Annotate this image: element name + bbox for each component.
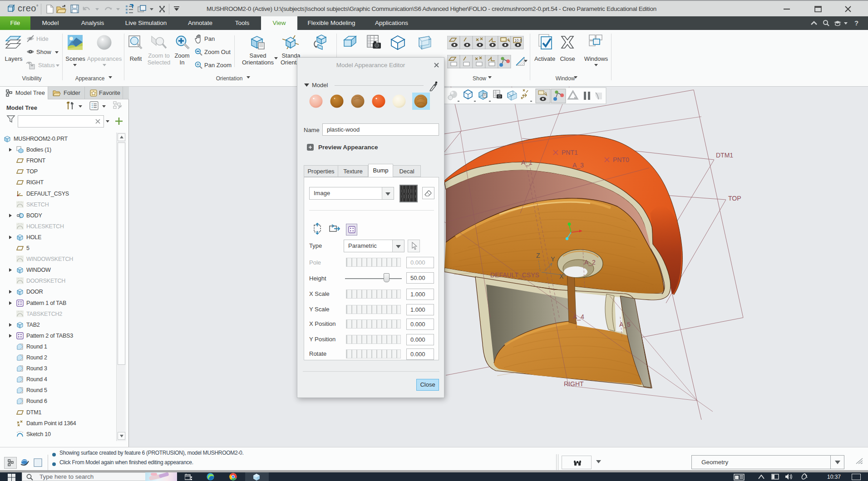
svg-text:A_3: A_3 <box>572 162 584 169</box>
svg-text:DTM1: DTM1 <box>716 152 733 159</box>
svg-text:Z: Z <box>536 252 540 259</box>
svg-text:PNT0: PNT0 <box>613 156 629 163</box>
svg-text:A_1: A_1 <box>521 159 533 166</box>
svg-text:10.0: 10.0 <box>514 38 522 43</box>
svg-text:RIGHT: RIGHT <box>564 380 584 388</box>
svg-text:TOP: TOP <box>728 195 741 202</box>
svg-text:PNT1: PNT1 <box>562 149 578 156</box>
svg-text:A_5: A_5 <box>619 321 631 328</box>
svg-text:A_4: A_4 <box>573 313 584 320</box>
svg-text:A_2: A_2 <box>584 259 596 266</box>
svg-text:Y: Y <box>551 255 555 263</box>
svg-text:DEFAULT_CSYS: DEFAULT_CSYS <box>490 271 539 279</box>
